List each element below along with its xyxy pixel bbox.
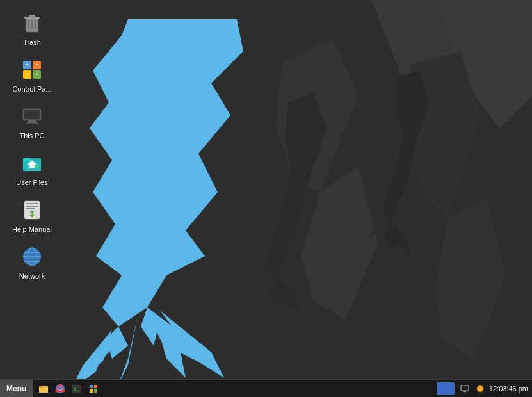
- help-manual-label: Help Manual: [12, 225, 52, 233]
- trash-icon-desktop[interactable]: Trash: [6, 6, 58, 50]
- svg-rect-28: [29, 15, 35, 17]
- svg-marker-1: [371, 0, 487, 128]
- user-files-icon: [19, 150, 45, 176]
- svg-marker-23: [384, 221, 400, 250]
- control-panel-icon: [19, 57, 45, 83]
- svg-marker-24: [366, 215, 383, 240]
- svg-rect-53: [26, 208, 35, 209]
- trash-label: Trash: [23, 38, 41, 46]
- this-pc-label: This PC: [19, 132, 44, 140]
- svg-rect-69: [90, 385, 93, 388]
- this-pc-icon: [19, 104, 45, 129]
- taskbar-terminal[interactable]: $_: [69, 382, 85, 396]
- svg-rect-42: [28, 120, 36, 122]
- svg-marker-21: [275, 275, 301, 314]
- svg-point-66: [59, 387, 62, 390]
- svg-marker-13: [77, 330, 118, 381]
- menu-label: Menu: [6, 384, 26, 393]
- desktop: Trash Control Pa...: [0, 0, 532, 397]
- user-files-label: User Files: [16, 179, 48, 186]
- svg-marker-10: [147, 307, 179, 352]
- svg-marker-4: [301, 166, 378, 320]
- svg-rect-62: [39, 387, 48, 393]
- svg-marker-14: [118, 317, 138, 384]
- trash-icon: [19, 10, 45, 36]
- start-menu-button[interactable]: Menu: [0, 380, 33, 397]
- network-icon-desktop[interactable]: Network: [6, 240, 58, 284]
- svg-marker-22: [383, 70, 429, 221]
- taskbar-apps: $_: [33, 382, 437, 396]
- control-panel-icon-desktop[interactable]: Control Pa...: [6, 53, 58, 97]
- svg-marker-20: [250, 269, 266, 301]
- network-label: Network: [19, 272, 45, 280]
- svg-rect-0: [0, 0, 532, 397]
- taskbar-active-window[interactable]: [437, 382, 455, 395]
- svg-marker-11: [90, 327, 118, 371]
- svg-marker-6: [435, 199, 506, 359]
- svg-rect-52: [26, 206, 38, 207]
- svg-marker-17: [160, 311, 224, 378]
- svg-marker-2: [435, 0, 532, 128]
- help-manual-icon: [19, 197, 45, 223]
- svg-rect-63: [39, 386, 43, 388]
- svg-marker-12: [147, 314, 205, 365]
- desktop-icons-container: Trash Control Pa...: [6, 6, 58, 284]
- control-panel-label: Control Pa...: [12, 85, 51, 93]
- taskbar-right: 12:03:46 pm: [455, 382, 532, 395]
- svg-rect-43: [26, 122, 38, 124]
- svg-marker-18: [266, 93, 326, 275]
- taskbar-clock: 12:03:46 pm: [489, 385, 528, 393]
- network-icon: [19, 244, 45, 270]
- svg-marker-19: [269, 275, 288, 307]
- taskbar-display-icon[interactable]: [458, 382, 471, 395]
- taskbar-app4[interactable]: [86, 382, 101, 396]
- svg-marker-5: [410, 51, 480, 218]
- svg-marker-9: [106, 327, 128, 359]
- svg-rect-70: [94, 385, 97, 388]
- svg-rect-41: [24, 110, 40, 119]
- svg-point-77: [479, 387, 481, 389]
- svg-rect-72: [94, 389, 97, 393]
- taskbar: Menu: [0, 379, 532, 397]
- taskbar-chrome[interactable]: [52, 382, 68, 396]
- taskbar-audio-icon[interactable]: [474, 382, 487, 395]
- svg-rect-73: [461, 385, 469, 391]
- svg-marker-7: [90, 19, 243, 327]
- svg-marker-15: [154, 314, 186, 378]
- help-manual-icon-desktop[interactable]: Help Manual: [6, 193, 58, 237]
- taskbar-filemanager[interactable]: [36, 382, 51, 396]
- svg-rect-74: [463, 391, 466, 392]
- svg-rect-51: [26, 203, 38, 204]
- svg-marker-8: [141, 307, 160, 346]
- svg-rect-71: [90, 389, 93, 393]
- user-files-icon-desktop[interactable]: User Files: [6, 147, 58, 190]
- svg-text:$_: $_: [74, 387, 79, 392]
- svg-marker-25: [391, 221, 411, 256]
- this-pc-icon-desktop[interactable]: This PC: [6, 100, 58, 143]
- svg-marker-3: [275, 38, 359, 192]
- svg-rect-46: [23, 158, 31, 161]
